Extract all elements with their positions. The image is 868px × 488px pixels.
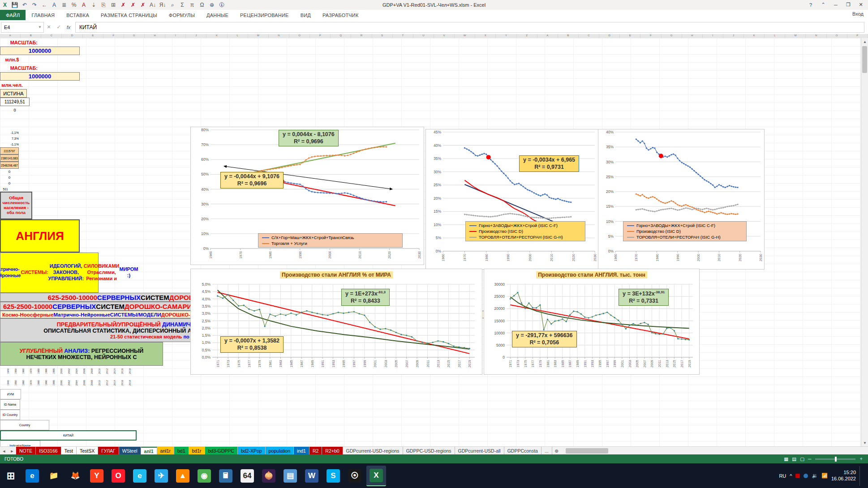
column-header[interactable]: U (413, 34, 434, 38)
sheet-tab-GDPPCconsta[interactable]: GDPPCconsta (504, 447, 541, 455)
small-id[interactable]: 511 (0, 186, 11, 192)
column-header[interactable]: P (847, 34, 868, 38)
num-cell[interactable]: 2215797 (0, 147, 19, 154)
column-header[interactable]: I (165, 34, 186, 38)
taskbar-edge-icon[interactable]: e (22, 466, 42, 486)
chart-c4[interactable]: 0,0%0,5%1,0%1,5%2,0%2,5%3,0%3,5%4,0%4,5%… (190, 269, 482, 375)
vertical-scrollbar[interactable]: ▲▼ (861, 38, 868, 446)
column-header[interactable]: L (228, 34, 248, 38)
network-icon[interactable]: 📶 (821, 473, 828, 479)
column-header[interactable]: Y (496, 34, 516, 38)
window-control-0[interactable]: ? (804, 0, 817, 9)
column-header[interactable]: Q (331, 34, 351, 38)
taskbar-notepad-icon[interactable]: ▤ (280, 466, 300, 486)
taskbar-telegram-icon[interactable]: ✈ (151, 466, 171, 486)
sheet-tab-anl1[interactable]: anl1 (141, 447, 157, 455)
taskbar-explorer-icon[interactable]: 📁 (44, 466, 64, 486)
sheet-tab-GDPcurrent-USD-regions[interactable]: GDPcurrent-USD-regions (343, 447, 403, 455)
sheet-tab-bd2-XPop[interactable]: bd2-XPop (238, 447, 266, 455)
column-header[interactable]: C (41, 34, 62, 38)
quick-info-icon[interactable]: 🛈 (217, 2, 227, 8)
view-layout-icon[interactable]: ▤ (792, 456, 796, 462)
column-header[interactable]: W (455, 34, 475, 38)
taskbar-skype-icon[interactable]: S (323, 466, 343, 486)
quick-find-icon[interactable]: ⌕ (168, 2, 177, 8)
chart-c5[interactable]: 0500010000150002000025000300001971197319… (484, 269, 700, 375)
column-header[interactable]: D (62, 34, 82, 38)
quick-excel-logo-icon[interactable]: X (0, 2, 10, 8)
new-sheet-button[interactable]: ⊕ (552, 447, 561, 455)
ribbon-tab-разработчик[interactable]: РАЗРАБОТЧИК (317, 10, 365, 20)
column-header[interactable]: J (186, 34, 206, 38)
zero-cell[interactable]: 0 (0, 175, 19, 180)
country-cell[interactable]: АНГЛИЯ (0, 219, 80, 253)
sheet-tab-NOTE[interactable]: NOTE (16, 447, 36, 455)
column-header[interactable]: H (682, 34, 703, 38)
zero-cell[interactable]: 0 (0, 180, 19, 186)
num-cell[interactable]: 2380143,683 (0, 154, 19, 162)
ribbon-tab-рецензирование[interactable]: РЕЦЕНЗИРОВАНИЕ (234, 10, 295, 20)
volume-icon[interactable]: 🔉 (812, 473, 818, 479)
taskbar-start-icon[interactable]: ⊞ (1, 466, 21, 486)
ribbon-tab-вид[interactable]: ВИД (295, 10, 317, 20)
taskbar-vlc-icon[interactable]: ▲ (173, 466, 193, 486)
column-header[interactable]: H (145, 34, 165, 38)
sheet-tab-bd1[interactable]: bd1 (174, 447, 189, 455)
column-header[interactable]: B (21, 34, 41, 38)
column-header[interactable]: V (434, 34, 455, 38)
sheet-tab-...[interactable]: ... (541, 447, 552, 455)
quick-align-justify-icon[interactable]: ≣ (59, 2, 69, 8)
worksheet[interactable]: МАСШТАБ:1000000млн.$МАСШТАБ:1000000млн.ч… (0, 38, 861, 446)
column-header[interactable]: B (558, 34, 579, 38)
window-control-2[interactable]: ─ (829, 0, 842, 9)
ribbon-tab-разметка страницы[interactable]: РАЗМЕТКА СТРАНИЦЫ (95, 10, 163, 20)
column-header[interactable]: O (289, 34, 310, 38)
quick-pi-icon[interactable]: π (187, 2, 197, 8)
quick-delete-cols-icon[interactable]: ✗ (138, 2, 148, 8)
quick-hyperlink-icon[interactable]: ⊕ (207, 2, 217, 8)
zoom-in-icon[interactable]: ＋ (859, 456, 864, 462)
istina-cell[interactable]: ИСТИНА (0, 89, 27, 98)
tray-app-icon[interactable] (804, 474, 808, 478)
ribbon-tab-данные[interactable]: ДАННЫЕ (201, 10, 234, 20)
column-header[interactable]: K (744, 34, 765, 38)
cancel-icon[interactable]: ✕ (44, 24, 54, 30)
vertical-scrollbar-thumb[interactable] (862, 46, 867, 73)
quick-autosum-icon[interactable]: Σ (177, 2, 187, 8)
column-header[interactable]: G (124, 34, 145, 38)
population-label[interactable]: Общая численность населения - оба пола (0, 192, 32, 219)
quick-delete-rows-icon[interactable]: ✗ (128, 2, 138, 8)
tab-nav-next-icon[interactable]: ▸ (8, 447, 16, 455)
chart-c1[interactable]: 0%10%20%30%40%50%60%70%80%19601970198019… (190, 127, 424, 265)
column-header[interactable]: A (537, 34, 558, 38)
column-header[interactable]: S (372, 34, 393, 38)
g-zero-cell[interactable]: 0 (0, 106, 30, 114)
column-header[interactable]: A (0, 34, 21, 38)
column-header[interactable]: Z (517, 34, 537, 38)
column-header[interactable]: D (599, 34, 620, 38)
taskbar-chrome-icon[interactable]: ◉ (194, 466, 214, 486)
view-pagebreak-icon[interactable]: ▢ (800, 456, 804, 462)
column-field-header[interactable]: ID Name (0, 399, 20, 410)
quick-undo-icon[interactable]: ↶ (20, 2, 30, 8)
pct-cell[interactable]: -1,1% (0, 130, 19, 136)
quick-sort-az-icon[interactable]: A↓ (148, 2, 158, 8)
taskbar-ie-icon[interactable]: e (130, 466, 150, 486)
column-header[interactable]: I (703, 34, 723, 38)
column-header[interactable]: N (806, 34, 826, 38)
taskbar-opera-icon[interactable]: O (108, 466, 128, 486)
sheet-tab-WSteel[interactable]: WSteel (119, 447, 141, 455)
horizontal-scrollbar[interactable] (564, 447, 868, 455)
zoom-slider[interactable] (815, 458, 855, 460)
taskbar-obs-icon[interactable]: ⦿ (345, 466, 365, 486)
column-header[interactable]: J (723, 34, 744, 38)
quick-font-underline-icon[interactable]: A (49, 2, 59, 8)
sheet-tab-anl1r[interactable]: anl1r (157, 447, 174, 455)
column-header[interactable]: P (310, 34, 331, 38)
sheet-tab-population[interactable]: population (266, 447, 294, 455)
tray-shield-icon[interactable] (795, 474, 800, 478)
num-cell[interactable]: 2548298,487 (0, 162, 19, 169)
column-header[interactable]: F (103, 34, 124, 38)
column-header[interactable]: N (269, 34, 289, 38)
sheet-tab-ind1[interactable]: ind1 (294, 447, 309, 455)
